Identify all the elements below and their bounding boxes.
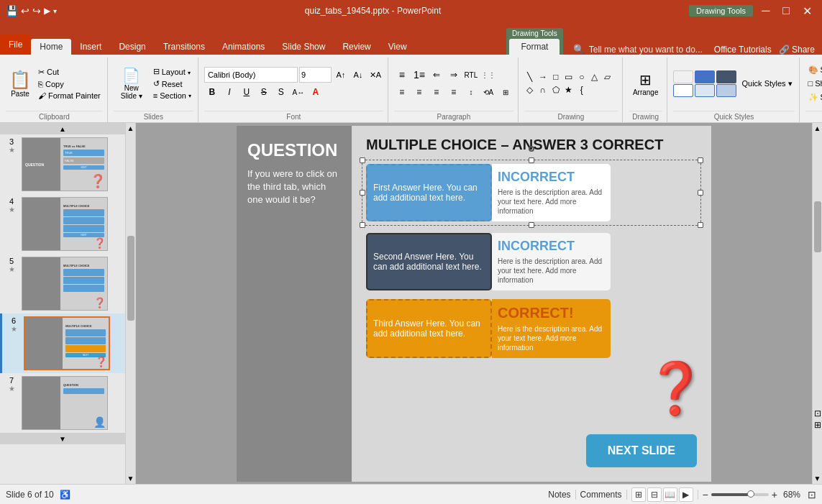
zoom-in-btn[interactable]: + bbox=[772, 489, 777, 500]
shape-line[interactable]: ╲ bbox=[524, 71, 536, 83]
slide-scroll-up[interactable]: ▲ bbox=[0, 123, 125, 134]
style-swatch-6[interactable] bbox=[716, 84, 736, 97]
quick-styles-dropdown-btn[interactable]: Quick Styles ▾ bbox=[739, 78, 794, 89]
shape-pentagon[interactable]: ⬠ bbox=[550, 84, 562, 96]
scroll-down-right-btn[interactable]: ▼ bbox=[813, 473, 822, 484]
redo-icon[interactable]: ↪ bbox=[32, 5, 41, 17]
comments-button[interactable]: Comments bbox=[580, 490, 622, 500]
scroll-up-btn[interactable]: ▲ bbox=[126, 123, 135, 134]
fit-screen-btn[interactable]: ⊡ bbox=[808, 489, 816, 500]
new-slide-button[interactable]: 📄 New Slide ▾ bbox=[114, 65, 150, 101]
shape-parallelogram[interactable]: ▱ bbox=[602, 71, 613, 83]
bullets-btn[interactable]: ≡ bbox=[394, 67, 410, 83]
indent-dec-btn[interactable]: ⇐ bbox=[429, 67, 444, 83]
align-right-btn[interactable]: ≡ bbox=[429, 84, 444, 100]
tab-slideshow[interactable]: Slide Show bbox=[273, 39, 334, 55]
bold-button[interactable]: B bbox=[204, 84, 220, 100]
text-direction-btn[interactable]: ⟲A bbox=[480, 84, 496, 100]
shape-star[interactable]: ★ bbox=[563, 84, 575, 96]
underline-button[interactable]: U bbox=[239, 84, 255, 100]
arrange-button[interactable]: ⊞ Arrange bbox=[629, 70, 663, 98]
undo-icon[interactable]: ↩ bbox=[21, 5, 29, 17]
tab-file[interactable]: File bbox=[0, 35, 31, 55]
layout-button[interactable]: ⊟ Layout ▾ bbox=[151, 66, 193, 77]
shape-fill-button[interactable]: 🎨 Shape Fill ▾ bbox=[805, 64, 822, 76]
shape-diamond[interactable]: ◇ bbox=[524, 84, 536, 96]
strikethrough-button[interactable]: S bbox=[256, 84, 272, 100]
style-swatch-2[interactable] bbox=[695, 70, 715, 83]
shape-tri[interactable]: △ bbox=[589, 71, 600, 83]
slide-thumb-6[interactable]: 6 ★ MULTIPLE CHOICE NEXT ❓ bbox=[0, 313, 125, 373]
slide-scroll-down[interactable]: ▼ bbox=[0, 433, 125, 444]
minimize-button[interactable]: ─ bbox=[757, 4, 774, 17]
share-btn[interactable]: 🔗 Share bbox=[779, 45, 815, 55]
style-swatch-3[interactable] bbox=[716, 70, 736, 83]
char-spacing-btn[interactable]: A↔ bbox=[291, 84, 306, 100]
style-swatch-1[interactable] bbox=[673, 70, 693, 83]
font-increase-btn[interactable]: A↑ bbox=[333, 67, 349, 83]
tab-home[interactable]: Home bbox=[31, 39, 71, 55]
style-swatch-4[interactable] bbox=[673, 84, 693, 97]
font-decrease-btn[interactable]: A↓ bbox=[350, 67, 366, 83]
maximize-button[interactable]: □ bbox=[778, 4, 794, 17]
clear-format-btn[interactable]: ✕A bbox=[367, 67, 383, 83]
justify-btn[interactable]: ≡ bbox=[446, 84, 462, 100]
section-button[interactable]: ≡ Section ▾ bbox=[151, 91, 193, 101]
format-painter-button[interactable]: 🖌 Format Painter bbox=[36, 91, 103, 101]
next-slide-button[interactable]: NEXT SLIDE bbox=[586, 434, 697, 467]
normal-view-btn[interactable]: ⊞ bbox=[631, 487, 646, 502]
tab-transitions[interactable]: Transitions bbox=[155, 39, 214, 55]
scroll-down-btn[interactable]: ▼ bbox=[126, 473, 135, 484]
shape-oval[interactable]: ○ bbox=[576, 71, 588, 83]
smart-art-convert-btn[interactable]: ⊞ bbox=[498, 84, 513, 100]
copy-button[interactable]: ⎘ Copy bbox=[36, 79, 103, 89]
zoom-full-btn[interactable]: ⊞ bbox=[813, 420, 822, 430]
slide-sorter-btn[interactable]: ⊟ bbox=[647, 487, 662, 502]
style-swatch-5[interactable] bbox=[695, 84, 715, 97]
answer-box-1[interactable]: First Answer Here. You can add additiona… bbox=[366, 164, 492, 221]
italic-button[interactable]: I bbox=[222, 84, 237, 100]
font-name-input[interactable] bbox=[204, 67, 298, 83]
tell-me-text[interactable]: Tell me what you want to do... bbox=[589, 45, 703, 55]
tab-design[interactable]: Design bbox=[110, 39, 154, 55]
vertical-scrollbar-left[interactable]: ▲ ▼ bbox=[126, 123, 136, 484]
zoom-slider[interactable] bbox=[711, 493, 769, 496]
scroll-up-right-btn[interactable]: ▲ bbox=[813, 123, 822, 134]
answer-box-3[interactable]: Third Answer Here. You can add additiona… bbox=[366, 299, 492, 358]
slide-thumb-7[interactable]: 7 ★ QUESTION 👤 bbox=[0, 373, 125, 433]
tab-review[interactable]: Review bbox=[334, 39, 379, 55]
tab-insert[interactable]: Insert bbox=[71, 39, 110, 55]
save-icon[interactable]: 💾 bbox=[6, 5, 18, 17]
slide-thumb-5[interactable]: 5 ★ MULTIPLE CHOICE ❓ bbox=[0, 254, 125, 313]
tab-view[interactable]: View bbox=[380, 39, 416, 55]
paste-button[interactable]: 📋 Paste bbox=[6, 68, 35, 99]
vertical-scrollbar-right[interactable]: ▲ ⊡ ⊞ ▼ bbox=[812, 123, 822, 484]
reading-view-btn[interactable]: 📖 bbox=[663, 487, 677, 502]
align-center-btn[interactable]: ≡ bbox=[411, 84, 427, 100]
font-color-btn[interactable]: A bbox=[308, 84, 324, 100]
notes-button[interactable]: Notes bbox=[548, 490, 570, 500]
line-spacing-btn[interactable]: ↕ bbox=[463, 84, 479, 100]
slideshow-btn[interactable]: ▶ bbox=[679, 487, 693, 502]
shape-curve[interactable]: ∩ bbox=[537, 84, 549, 96]
tab-animations[interactable]: Animations bbox=[214, 39, 273, 55]
rtl-btn[interactable]: RTL bbox=[463, 67, 479, 83]
numbering-btn[interactable]: 1≡ bbox=[411, 67, 427, 83]
shape-arrow[interactable]: → bbox=[537, 71, 549, 83]
reset-button[interactable]: ↺ Reset bbox=[151, 78, 193, 89]
zoom-out-btn[interactable]: − bbox=[703, 489, 708, 500]
shape-rect[interactable]: □ bbox=[550, 71, 562, 83]
tab-format[interactable]: Format bbox=[509, 39, 560, 55]
office-tutorials-btn[interactable]: Office Tutorials bbox=[714, 45, 772, 55]
close-button[interactable]: ✕ bbox=[798, 4, 816, 18]
shape-brace[interactable]: { bbox=[576, 84, 588, 96]
shape-round-rect[interactable]: ▭ bbox=[563, 71, 575, 83]
shadow-button[interactable]: S bbox=[273, 84, 289, 100]
cut-button[interactable]: ✂ Cut bbox=[36, 67, 103, 78]
indent-inc-btn[interactable]: ⇒ bbox=[446, 67, 462, 83]
slide-thumb-4[interactable]: 4 ★ MULTIPLE CHOICE NEXT ❓ bbox=[0, 194, 125, 254]
columns-btn[interactable]: ⋮⋮ bbox=[480, 67, 496, 83]
align-left-btn[interactable]: ≡ bbox=[394, 84, 410, 100]
shape-effects-button[interactable]: ✨ Shape Effects ▾ bbox=[805, 91, 822, 104]
present-icon[interactable]: ▶ bbox=[44, 6, 50, 16]
